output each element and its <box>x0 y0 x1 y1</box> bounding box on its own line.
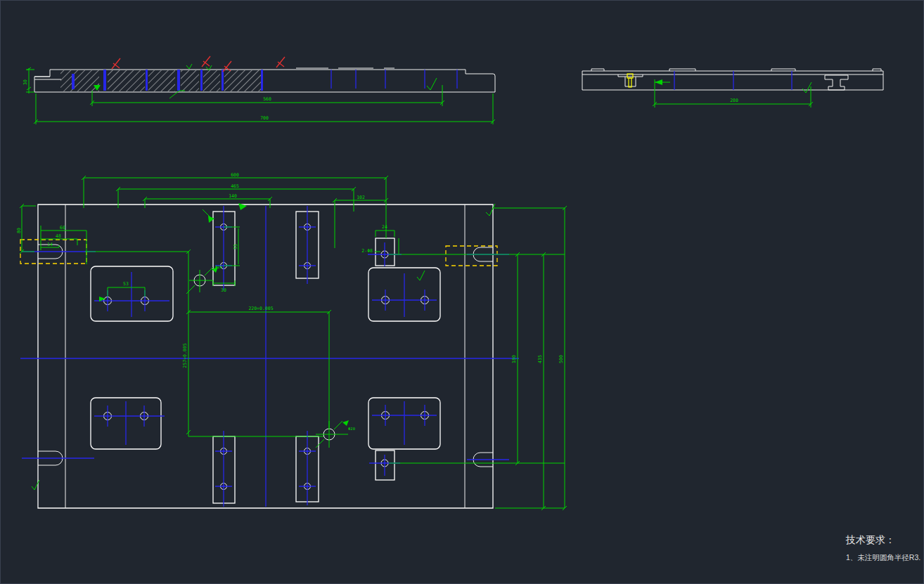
plan-centerlines <box>20 206 519 507</box>
label-target-top: Φ20 <box>215 265 222 269</box>
tech-requirements-title: 技术要求： <box>845 534 895 545</box>
dim-right-b: 435 <box>537 355 543 363</box>
side-plate-outline <box>582 69 883 90</box>
tech-requirements-item: 1、未注明圆角半径R3. <box>846 553 920 562</box>
dim-right-a: 180 <box>511 355 517 363</box>
section-view: 560 700 30 <box>23 56 495 124</box>
dim-pad-pitch: 53 <box>123 281 129 287</box>
dim-center-h: 220+0.005 <box>248 306 273 311</box>
detail-box-right <box>446 246 497 266</box>
dim-center-v: 257+0.005 <box>182 343 188 368</box>
section-centerline-ticks <box>331 70 457 89</box>
section-hatch-areas <box>60 70 261 91</box>
dim-left-d: 14 <box>47 242 53 247</box>
cad-model-space[interactable]: 560 700 30 280 <box>0 0 924 584</box>
dim-small-rect: 24 <box>382 224 387 230</box>
side-dimension-lines <box>653 79 813 108</box>
guide-blocks <box>213 212 394 503</box>
dim-top-a: 600 <box>231 172 239 178</box>
plan-side-rails <box>65 205 465 508</box>
dim-rect-pitch: 55 <box>233 244 238 249</box>
dim-top-d: 102 <box>357 195 365 200</box>
dim-left-c: 48 <box>56 233 61 239</box>
dim-text-side-width: 280 <box>730 98 738 103</box>
fastener-pin <box>627 74 633 87</box>
dim-left-a: 80 <box>16 228 22 233</box>
dim-text-overall-width: 700 <box>260 115 269 121</box>
dim-top-c: 140 <box>229 193 237 199</box>
label-hole-callout: 2-Φ8 <box>361 248 373 254</box>
cad-canvas[interactable]: 560 700 30 280 <box>1 1 924 584</box>
tech-requirements-note: 技术要求： 1、未注明圆角半径R3. <box>845 534 920 562</box>
dim-right-c: 500 <box>558 355 564 363</box>
dim-text-inner-width: 560 <box>263 96 271 102</box>
side-centerline-ticks <box>674 71 792 90</box>
side-view: 280 <box>582 69 883 108</box>
label-target-bottom: Φ20 <box>348 427 355 431</box>
dim-text-height: 30 <box>23 79 28 85</box>
plan-view: 600 465 140 102 80 60 48 14 220+0.005 25… <box>16 172 567 510</box>
dim-arrow <box>655 79 662 85</box>
dim-left-b: 60 <box>60 225 65 231</box>
dim-rect-width: 30 <box>221 287 226 293</box>
dim-top-b: 465 <box>231 183 239 189</box>
